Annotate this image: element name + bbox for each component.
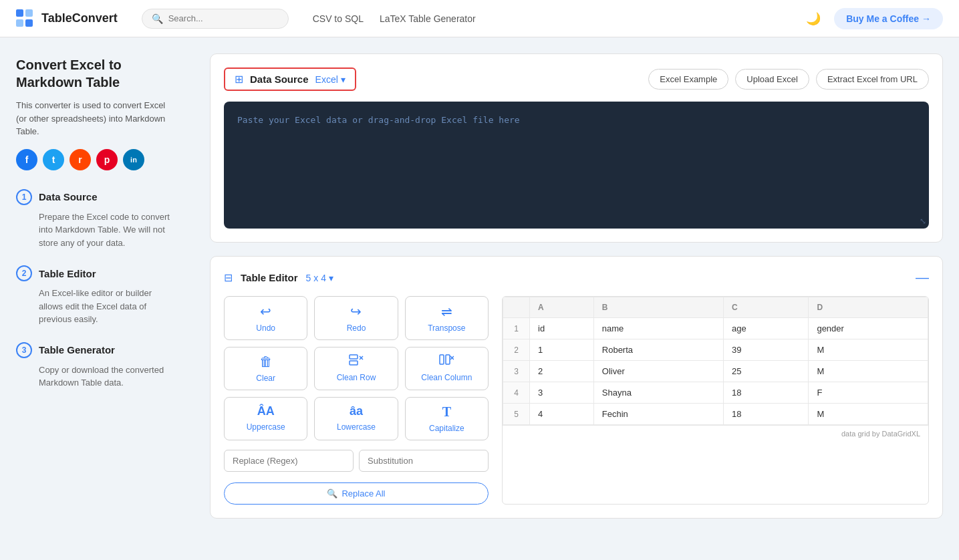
te-header: ⊟ Table Editor 5 x 4 ▾ — [224, 270, 929, 285]
grid-cell[interactable]: gender [809, 318, 928, 339]
grid-cell[interactable]: M [809, 339, 928, 361]
lowercase-icon: âa [350, 404, 363, 418]
grid-cell[interactable]: Fechin [593, 404, 723, 425]
capitalize-btn[interactable]: T Capitalize [405, 397, 489, 440]
te-size-selector[interactable]: 5 x 4 ▾ [306, 273, 333, 283]
step-3-num: 3 [16, 342, 32, 358]
coffee-btn[interactable]: Buy Me a Coffee → [834, 8, 943, 29]
grid-cell[interactable]: 2 [530, 361, 594, 382]
lowercase-btn[interactable]: âa Lowercase [314, 397, 398, 440]
table-row[interactable]: 1idnameagegender [503, 318, 928, 339]
pinterest-icon[interactable]: p [96, 149, 118, 170]
clean-row-icon [349, 354, 364, 369]
step-3-title: Table Generator [39, 344, 115, 356]
upload-excel-btn[interactable]: Upload Excel [735, 69, 809, 90]
search-icon: 🔍 [152, 13, 163, 24]
theme-toggle-btn[interactable]: 🌙 [801, 9, 826, 29]
transpose-btn[interactable]: ⇌ Transpose [405, 296, 489, 340]
toolbar-row-3: ÂA Uppercase âa Lowercase T Capitalize [224, 397, 489, 440]
grid-cell[interactable]: 18 [724, 404, 809, 425]
ds-header: ⊞ Data Source Excel ▾ Excel Example Uplo… [224, 67, 929, 91]
collapse-btn[interactable]: — [916, 270, 929, 285]
table-row[interactable]: 21Roberta39M [503, 339, 928, 361]
logo-sq-1 [16, 9, 23, 17]
linkedin-icon[interactable]: in [123, 149, 144, 170]
data-source-card: ⊞ Data Source Excel ▾ Excel Example Uplo… [210, 53, 943, 243]
clean-column-label: Clean Column [421, 373, 472, 382]
row-num-header [503, 297, 530, 318]
uppercase-btn[interactable]: ÂA Uppercase [224, 397, 307, 440]
transpose-label: Transpose [428, 323, 465, 333]
extract-excel-btn[interactable]: Extract Excel from URL [816, 69, 929, 90]
uppercase-label: Uppercase [247, 422, 285, 432]
grid-cell[interactable]: M [809, 404, 928, 425]
capitalize-label: Capitalize [429, 424, 464, 433]
chevron-down-icon: ▾ [341, 74, 346, 85]
uppercase-icon: ÂA [257, 404, 275, 418]
grid-container: A B C D 1idnameagegender21Roberta39M32Ol… [502, 296, 929, 505]
grid-cell[interactable]: name [593, 318, 723, 339]
toolbar-row-2: 🗑 Clear [224, 347, 489, 390]
logo: TableConvert [16, 9, 118, 28]
nav-latex[interactable]: LaTeX Table Generator [380, 13, 476, 24]
logo-sq-3 [16, 19, 23, 27]
search-input[interactable] [168, 13, 279, 23]
grid-cell[interactable]: 1 [530, 339, 594, 361]
table-editor-card: ⊟ Table Editor 5 x 4 ▾ — ↩ Undo [210, 256, 943, 519]
grid-cell[interactable]: Roberta [593, 339, 723, 361]
header: TableConvert 🔍 CSV to SQL LaTeX Table Ge… [0, 0, 959, 37]
table-row[interactable]: 32Oliver25M [503, 361, 928, 382]
step-1-title: Data Source [39, 191, 98, 202]
grid-cell[interactable]: 39 [724, 339, 809, 361]
grid-cell[interactable]: M [809, 361, 928, 382]
undo-btn[interactable]: ↩ Undo [224, 296, 307, 340]
grid-cell[interactable]: F [809, 382, 928, 404]
svg-rect-1 [350, 361, 358, 365]
replace-regex-input[interactable] [224, 450, 354, 472]
reddit-icon[interactable]: r [70, 149, 91, 170]
row-num-cell: 4 [503, 382, 530, 404]
clean-column-btn[interactable]: Clean Column [405, 347, 489, 390]
grid-cell[interactable]: 4 [530, 404, 594, 425]
col-header-d: D [809, 297, 928, 318]
resize-handle[interactable]: ⤡ [920, 217, 926, 226]
grid-footer: data grid by DataGridXL [503, 425, 928, 442]
redo-label: Redo [347, 323, 366, 333]
svg-rect-0 [350, 355, 358, 359]
format-selector[interactable]: Excel ▾ [315, 74, 346, 85]
nav: CSV to SQL LaTeX Table Generator [313, 13, 788, 24]
step-1-num: 1 [16, 189, 32, 205]
grid-cell[interactable]: 3 [530, 382, 594, 404]
excel-example-btn[interactable]: Excel Example [648, 69, 728, 90]
col-header-b: B [593, 297, 723, 318]
substitution-input[interactable] [359, 450, 489, 472]
grid-cell[interactable]: 25 [724, 361, 809, 382]
logo-sq-2 [25, 9, 33, 17]
clean-row-btn[interactable]: Clean Row [314, 347, 398, 390]
clear-btn[interactable]: 🗑 Clear [224, 347, 307, 390]
twitter-icon[interactable]: t [43, 149, 64, 170]
grid-cell[interactable]: age [724, 318, 809, 339]
clear-label: Clear [256, 374, 275, 383]
grid-header: A B C D [503, 297, 928, 318]
redo-icon: ↪ [350, 303, 362, 319]
facebook-icon[interactable]: f [16, 149, 37, 170]
step-3-header: 3 Table Generator [16, 342, 178, 358]
search-box[interactable]: 🔍 [142, 9, 289, 29]
clean-column-icon [439, 354, 454, 369]
col-header-a: A [530, 297, 594, 318]
lowercase-label: Lowercase [337, 422, 376, 432]
main-content: ⊞ Data Source Excel ▾ Excel Example Uplo… [194, 37, 959, 560]
paste-area[interactable]: Paste your Excel data or drag-and-drop E… [224, 102, 929, 229]
nav-csv-sql[interactable]: CSV to SQL [313, 13, 364, 24]
table-row[interactable]: 43Shayna18F [503, 382, 928, 404]
search-icon-replace: 🔍 [327, 488, 337, 499]
step-3: 3 Table Generator Copy or download the c… [16, 342, 178, 390]
table-row[interactable]: 54Fechin18M [503, 404, 928, 425]
grid-cell[interactable]: 18 [724, 382, 809, 404]
grid-cell[interactable]: Oliver [593, 361, 723, 382]
redo-btn[interactable]: ↪ Redo [314, 296, 398, 340]
replace-all-btn[interactable]: 🔍 Replace All [224, 482, 489, 505]
grid-cell[interactable]: Shayna [593, 382, 723, 404]
grid-cell[interactable]: id [530, 318, 594, 339]
